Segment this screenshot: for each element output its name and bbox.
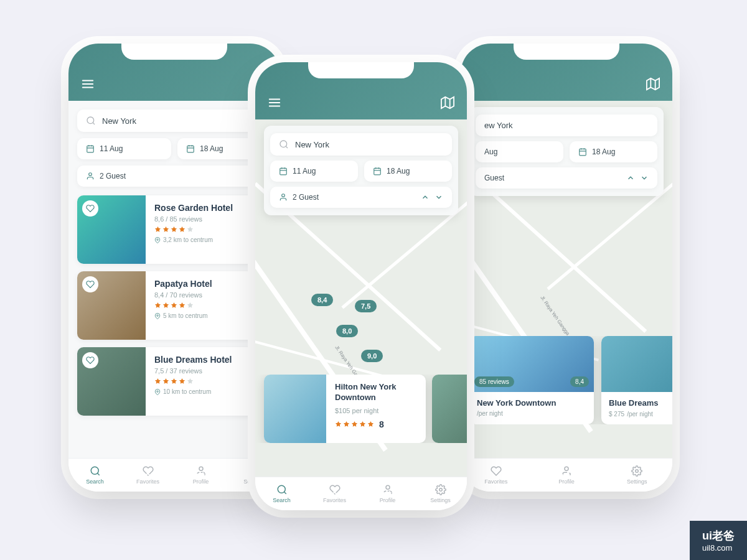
favorite-button[interactable] bbox=[82, 200, 98, 217]
chevron-down-icon[interactable] bbox=[640, 174, 649, 182]
svg-point-44 bbox=[636, 470, 639, 473]
svg-marker-15 bbox=[163, 226, 169, 232]
page-title: Search Results bbox=[138, 470, 210, 482]
map-hotel-card-next[interactable] bbox=[432, 375, 467, 443]
menu-icon[interactable] bbox=[81, 77, 95, 91]
hotel-reviews: 7,5 / 37 reviews bbox=[154, 367, 271, 375]
map-hotel-card[interactable]: 85 reviews 8,4 New York Downtown /per ni… bbox=[469, 336, 594, 424]
notch bbox=[121, 44, 227, 60]
svg-marker-16 bbox=[171, 226, 177, 232]
pin-icon bbox=[154, 237, 161, 243]
search-input[interactable] bbox=[102, 116, 263, 126]
search-panel: ew York Aug 18 Aug Guest bbox=[469, 107, 664, 196]
map-marker[interactable]: 9,0 bbox=[361, 350, 383, 362]
svg-rect-39 bbox=[580, 149, 586, 156]
map-marker[interactable]: 7,5 bbox=[355, 300, 377, 312]
hotel-card[interactable]: Blue Dreams Hotel 7,5 / 37 reviews 10 km… bbox=[77, 347, 280, 416]
checkin-label: 11 Aug bbox=[293, 167, 316, 175]
star-icon bbox=[187, 302, 194, 309]
svg-rect-5 bbox=[87, 146, 94, 152]
checkin-date[interactable]: 11 Aug bbox=[77, 138, 171, 159]
chevron-up-icon[interactable] bbox=[421, 193, 430, 202]
star-icon bbox=[162, 302, 169, 309]
star-icon bbox=[335, 421, 342, 427]
heart-icon bbox=[86, 204, 95, 213]
tab-settings[interactable]: Settings bbox=[602, 459, 672, 492]
search-input-container[interactable] bbox=[77, 110, 271, 132]
tab-settings[interactable]: Settings bbox=[414, 477, 467, 510]
chevron-down-icon[interactable] bbox=[435, 193, 443, 202]
guest-selector[interactable]: Guest bbox=[476, 167, 657, 189]
map-marker[interactable]: 8,4 bbox=[311, 294, 333, 306]
hotel-name: New York Downtown bbox=[477, 398, 586, 408]
favorite-button[interactable] bbox=[82, 276, 98, 292]
search-input-container[interactable]: ew York bbox=[476, 114, 657, 136]
map-marker[interactable]: 8,0 bbox=[336, 325, 358, 337]
map-icon[interactable] bbox=[646, 77, 660, 91]
hotel-card[interactable]: Papatya Hotel 8,4 / 70 reviews 5 km to c… bbox=[77, 271, 280, 340]
star-icon bbox=[171, 378, 177, 385]
favorite-button[interactable] bbox=[82, 352, 98, 368]
svg-marker-64 bbox=[352, 421, 357, 427]
calendar-icon bbox=[186, 144, 195, 153]
tab-label: Settings bbox=[627, 478, 647, 485]
checkout-date[interactable]: 18 Aug bbox=[364, 161, 452, 182]
hotel-name: Papatya Hotel bbox=[154, 279, 271, 289]
checkin-date[interactable]: Aug bbox=[476, 141, 563, 162]
svg-marker-62 bbox=[336, 421, 341, 427]
svg-marker-66 bbox=[368, 421, 374, 427]
search-icon bbox=[86, 116, 96, 126]
page-title: Search Results bbox=[530, 470, 603, 482]
search-input[interactable] bbox=[295, 140, 443, 149]
star-icon bbox=[367, 421, 374, 427]
hotel-price: $ 275 /per night bbox=[609, 408, 672, 418]
chevron-up-icon[interactable] bbox=[626, 174, 635, 182]
gear-icon bbox=[435, 484, 446, 495]
svg-marker-20 bbox=[155, 302, 161, 308]
guest-label: 2 Guest bbox=[100, 172, 126, 180]
pin-icon bbox=[154, 389, 161, 395]
map-icon[interactable] bbox=[441, 96, 454, 110]
star-rating bbox=[154, 378, 271, 385]
svg-line-68 bbox=[284, 492, 286, 493]
svg-point-67 bbox=[278, 485, 285, 493]
svg-point-31 bbox=[157, 390, 159, 392]
calendar-icon bbox=[578, 147, 587, 156]
tab-search[interactable]: Search bbox=[68, 459, 121, 492]
guest-selector[interactable]: 2 Guest bbox=[77, 166, 271, 187]
hotel-image bbox=[264, 375, 326, 443]
hotel-distance: 5 km to centrum bbox=[154, 312, 271, 319]
tab-search[interactable]: Search bbox=[255, 477, 308, 510]
svg-line-33 bbox=[97, 473, 99, 475]
svg-line-52 bbox=[286, 146, 288, 148]
svg-point-32 bbox=[91, 467, 98, 474]
calendar-icon bbox=[373, 167, 382, 175]
svg-marker-14 bbox=[155, 226, 161, 232]
map-featured-card[interactable]: Hilton New York Downtown $105 per night … bbox=[264, 375, 426, 443]
star-icon bbox=[359, 421, 366, 427]
svg-marker-23 bbox=[179, 302, 185, 308]
star-icon bbox=[179, 302, 186, 309]
star-icon bbox=[162, 226, 169, 233]
search-input-container[interactable] bbox=[270, 133, 452, 156]
star-icon bbox=[179, 226, 186, 233]
svg-marker-27 bbox=[163, 378, 169, 384]
svg-point-25 bbox=[157, 314, 159, 316]
map-hotel-card[interactable]: Blue Dreams $ 275 /per night bbox=[601, 336, 672, 424]
guest-selector[interactable]: 2 Guest bbox=[270, 187, 452, 208]
hotel-price-suffix: /per night bbox=[477, 410, 586, 417]
hotel-name: Hilton New York Downtown bbox=[335, 382, 417, 403]
svg-point-70 bbox=[439, 488, 442, 492]
star-icon bbox=[351, 421, 358, 427]
hotel-card[interactable]: Rose Garden Hotel 8,6 / 85 reviews 3,2 k… bbox=[77, 195, 280, 264]
hotel-image bbox=[601, 336, 672, 392]
tab-label: Search bbox=[86, 478, 104, 485]
checkout-date[interactable]: 18 Aug bbox=[570, 141, 657, 162]
checkin-date[interactable]: 11 Aug bbox=[270, 161, 358, 182]
person-icon bbox=[279, 193, 288, 202]
star-icon bbox=[343, 421, 350, 427]
menu-icon[interactable] bbox=[268, 96, 281, 110]
tab-favorites[interactable]: Favorites bbox=[461, 459, 531, 492]
star-icon bbox=[154, 226, 161, 233]
svg-marker-21 bbox=[163, 302, 169, 308]
